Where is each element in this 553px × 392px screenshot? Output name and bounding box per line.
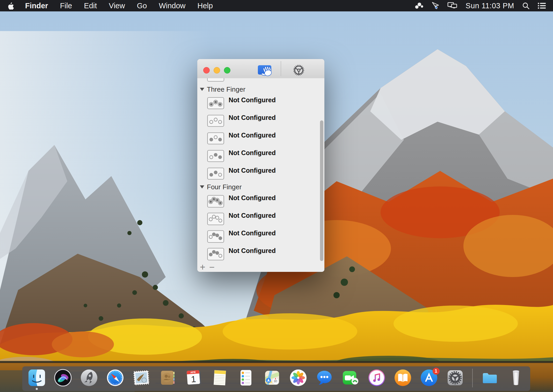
menu-finder[interactable]: Finder: [19, 0, 54, 11]
add-gesture-button[interactable]: +: [200, 263, 205, 272]
dock-photos-icon[interactable]: [289, 369, 307, 387]
running-indicator: [36, 388, 38, 390]
app-dots-icon[interactable]: [415, 2, 424, 9]
dock-separator: [472, 369, 473, 387]
minimize-button[interactable]: [214, 67, 220, 74]
gear-icon: [293, 64, 305, 76]
section-header-three-finger[interactable]: Three Finger: [197, 85, 245, 93]
menu-view[interactable]: View: [103, 0, 131, 11]
gesture-pattern-icon: [207, 115, 224, 127]
dock-safari-icon[interactable]: [106, 369, 124, 387]
hand-icon: [261, 66, 273, 77]
gesture-row[interactable]: Not Configured: [197, 168, 319, 180]
notification-list-icon[interactable]: [537, 2, 546, 9]
window-titlebar[interactable]: [197, 59, 324, 78]
gesture-status-label: Not Configured: [229, 114, 276, 121]
dock-calendar-icon[interactable]: APR 1: [185, 369, 203, 387]
dock: APR 1 3D 1: [22, 366, 530, 391]
menu-go[interactable]: Go: [131, 0, 153, 11]
svg-text:3D: 3D: [274, 380, 277, 383]
screen-share-cursor-icon[interactable]: [431, 2, 440, 10]
gesture-row[interactable]: Not Configured: [197, 213, 319, 226]
menu-help[interactable]: Help: [192, 0, 219, 11]
spotlight-search-icon[interactable]: [522, 2, 530, 10]
remove-gesture-button[interactable]: −: [209, 263, 215, 272]
gesture-pattern-icon: [207, 195, 224, 208]
partial-gesture-row[interactable]: [207, 78, 224, 82]
dock-launchpad-icon[interactable]: [80, 369, 98, 387]
gesture-row[interactable]: Not Configured: [197, 230, 319, 243]
gesture-status-label: Not Configured: [229, 96, 276, 104]
gesture-status-label: Not Configured: [229, 194, 276, 202]
dock-sysprefs-icon[interactable]: [446, 369, 464, 387]
gesture-pattern-icon: [207, 132, 224, 144]
menu-left: FinderFileEditViewGoWindowHelp: [0, 0, 219, 11]
scrollbar-thumb[interactable]: [320, 120, 323, 261]
section-label: Three Finger: [207, 85, 245, 93]
notification-badge: 1: [433, 368, 440, 375]
close-button[interactable]: [203, 67, 210, 74]
toolbar-gestures-button[interactable]: [258, 65, 271, 75]
dock-contacts-icon[interactable]: [158, 369, 177, 387]
apple-menu[interactable]: [7, 2, 14, 10]
zoom-button[interactable]: [224, 67, 230, 74]
menu-right: Sun 11:03 PM: [415, 0, 553, 11]
gesture-row[interactable]: Not Configured: [197, 97, 319, 110]
gesture-row[interactable]: Not Configured: [197, 150, 319, 163]
gesture-pattern-icon: [207, 97, 224, 109]
gesture-pattern-icon: [207, 230, 224, 243]
toolbar-settings-button[interactable]: [293, 64, 305, 76]
dock-notes-icon[interactable]: [211, 369, 229, 387]
gesture-pattern-icon: [207, 248, 224, 260]
menu-file[interactable]: File: [54, 0, 78, 11]
gesture-row[interactable]: Not Configured: [197, 248, 319, 261]
gesture-pattern-icon: [207, 150, 224, 162]
dock-facetime-icon[interactable]: [341, 369, 360, 387]
svg-text:APR: APR: [190, 371, 196, 374]
dock-folder-icon[interactable]: [481, 369, 499, 387]
gesture-row[interactable]: Not Configured: [197, 115, 319, 128]
gesture-status-label: Not Configured: [229, 212, 276, 219]
dock-maps-icon[interactable]: 3D: [263, 369, 281, 387]
gesture-status-label: Not Configured: [229, 131, 276, 139]
displays-icon[interactable]: [447, 2, 458, 10]
toolbar-divider: [281, 61, 281, 76]
disclosure-triangle-icon[interactable]: [200, 185, 204, 188]
section-label: Four Finger: [207, 183, 242, 191]
dock-itunes-icon[interactable]: [368, 369, 386, 387]
disclosure-triangle-icon[interactable]: [200, 88, 204, 91]
svg-text:1: 1: [191, 374, 196, 384]
dock-messages-icon[interactable]: [315, 369, 333, 387]
dock-appstore-icon[interactable]: 1: [420, 369, 438, 387]
gesture-status-label: Not Configured: [229, 149, 276, 157]
gesture-row[interactable]: Not Configured: [197, 195, 319, 208]
gesture-status-label: Not Configured: [229, 229, 276, 237]
dock-ibooks-icon[interactable]: [394, 369, 412, 387]
gesture-pattern-icon: [207, 213, 224, 225]
section-header-four-finger[interactable]: Four Finger: [197, 183, 242, 191]
gestures-window: Three Finger Not Configured Not Configur…: [197, 59, 324, 272]
menu-edit[interactable]: Edit: [78, 0, 103, 11]
dock-trash-icon[interactable]: [507, 369, 525, 387]
gesture-pattern-icon: [207, 168, 224, 180]
gesture-status-label: Not Configured: [229, 247, 276, 255]
gesture-status-label: Not Configured: [229, 166, 276, 174]
dock-siri-icon[interactable]: [54, 369, 72, 387]
gesture-list: Three Finger Not Configured Not Configur…: [197, 78, 324, 272]
menu-items: FinderFileEditViewGoWindowHelp: [19, 0, 219, 11]
menu-bar: FinderFileEditViewGoWindowHelp Sun 11:03…: [0, 0, 553, 11]
dock-mail-icon[interactable]: [132, 369, 150, 387]
dock-finder-icon[interactable]: [28, 369, 46, 387]
dock-reminders-icon[interactable]: [237, 369, 255, 387]
menu-clock[interactable]: Sun 11:03 PM: [465, 2, 514, 10]
menu-window[interactable]: Window: [153, 0, 191, 11]
apple-icon: [7, 2, 14, 10]
gesture-row[interactable]: Not Configured: [197, 132, 319, 145]
